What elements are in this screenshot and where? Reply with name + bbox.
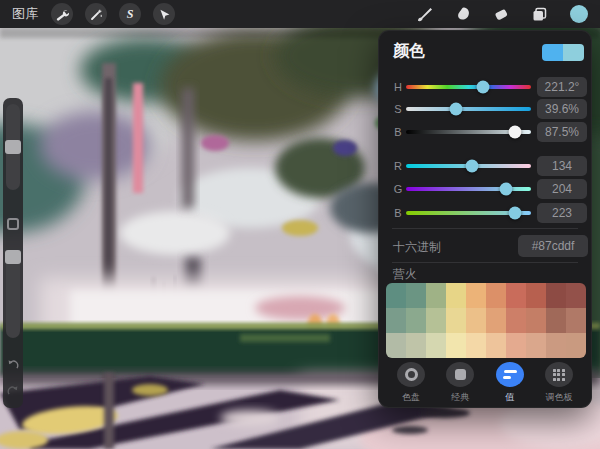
layers-icon xyxy=(531,6,548,23)
color-panel: 颜色 H 221.2° S 39.6% B 87.5% R 134 G xyxy=(378,30,592,408)
blue-label: B xyxy=(392,207,404,219)
active-color-swatch xyxy=(570,5,588,23)
palette-swatch[interactable] xyxy=(446,333,466,358)
palette-swatch[interactable] xyxy=(526,333,546,358)
palette-swatch[interactable] xyxy=(526,283,546,308)
brush-icon xyxy=(416,6,433,23)
hue-value[interactable]: 221.2° xyxy=(537,77,587,97)
red-thumb[interactable] xyxy=(465,160,478,173)
hex-value-field[interactable]: #87cddf xyxy=(518,235,588,257)
current-color xyxy=(563,44,584,61)
magic-wand-icon xyxy=(90,8,103,21)
redo-icon xyxy=(6,384,20,398)
palette-swatch[interactable] xyxy=(546,308,566,333)
green-slider[interactable] xyxy=(406,178,531,200)
gallery-button[interactable]: 图库 xyxy=(12,5,39,23)
selection-button[interactable]: S xyxy=(119,3,141,25)
palette-grid xyxy=(386,283,586,358)
top-toolbar: 图库 S xyxy=(0,0,600,28)
palette-swatch[interactable] xyxy=(446,283,466,308)
palette-swatch[interactable] xyxy=(406,333,426,358)
undo-icon xyxy=(6,358,20,372)
classic-icon xyxy=(455,369,466,380)
palette-swatch[interactable] xyxy=(486,333,506,358)
selection-s-icon: S xyxy=(127,7,134,22)
previous-color xyxy=(542,44,563,61)
saturation-value[interactable]: 39.6% xyxy=(537,99,587,119)
divider xyxy=(392,228,578,229)
palette-swatch[interactable] xyxy=(426,333,446,358)
brightness-slider[interactable] xyxy=(406,121,531,143)
palette-swatch[interactable] xyxy=(506,333,526,358)
red-value[interactable]: 134 xyxy=(537,156,587,176)
palette-swatch[interactable] xyxy=(546,283,566,308)
palette-swatch[interactable] xyxy=(486,283,506,308)
transform-button[interactable] xyxy=(153,3,175,25)
palette-swatch[interactable] xyxy=(486,308,506,333)
brightness-label: B xyxy=(392,126,404,138)
palette-swatch[interactable] xyxy=(506,308,526,333)
palette-swatch[interactable] xyxy=(466,283,486,308)
green-thumb[interactable] xyxy=(500,183,513,196)
saturation-slider[interactable] xyxy=(406,98,531,120)
brush-size-handle[interactable] xyxy=(5,140,21,154)
palette-swatch[interactable] xyxy=(466,333,486,358)
opacity-handle[interactable] xyxy=(5,250,21,264)
tab-disc[interactable]: 色盘 xyxy=(388,362,434,404)
green-label: G xyxy=(392,183,404,195)
tab-value[interactable]: 值 xyxy=(487,362,533,404)
side-toolbar xyxy=(3,98,23,408)
palette-swatch[interactable] xyxy=(566,308,586,333)
palette-swatch[interactable] xyxy=(406,283,426,308)
palettes-grid-icon xyxy=(553,369,565,381)
blue-thumb[interactable] xyxy=(509,207,522,220)
adjustments-button[interactable] xyxy=(85,3,107,25)
panel-title: 颜色 xyxy=(393,41,425,62)
smudge-icon xyxy=(455,6,471,22)
palette-swatch[interactable] xyxy=(386,333,406,358)
palette-swatch[interactable] xyxy=(426,283,446,308)
palette-swatch[interactable] xyxy=(566,283,586,308)
palette-swatch[interactable] xyxy=(506,283,526,308)
palette-swatch[interactable] xyxy=(386,283,406,308)
modify-button[interactable] xyxy=(7,218,19,230)
tab-palettes[interactable]: 调色板 xyxy=(536,362,582,404)
brush-button[interactable] xyxy=(416,6,433,23)
saturation-thumb[interactable] xyxy=(449,103,462,116)
redo-button[interactable] xyxy=(4,382,22,400)
brightness-thumb[interactable] xyxy=(509,126,522,139)
hue-label: H xyxy=(392,81,404,93)
value-slider-icon xyxy=(503,370,517,379)
palette-swatch[interactable] xyxy=(566,333,586,358)
palette-swatch[interactable] xyxy=(446,308,466,333)
eraser-icon xyxy=(493,6,509,22)
color-history-swatch[interactable] xyxy=(542,44,584,61)
palette-swatch[interactable] xyxy=(406,308,426,333)
tab-classic[interactable]: 经典 xyxy=(437,362,483,404)
brightness-value[interactable]: 87.5% xyxy=(537,122,587,142)
red-slider[interactable] xyxy=(406,155,531,177)
actions-button[interactable] xyxy=(51,3,73,25)
palette-swatch[interactable] xyxy=(466,308,486,333)
hex-label: 十六进制 xyxy=(393,239,441,256)
blue-value[interactable]: 223 xyxy=(537,203,587,223)
color-button[interactable] xyxy=(570,5,588,23)
palette-swatch[interactable] xyxy=(426,308,446,333)
saturation-label: S xyxy=(392,103,404,115)
palette-swatch[interactable] xyxy=(546,333,566,358)
blue-slider[interactable] xyxy=(406,202,531,224)
hue-thumb[interactable] xyxy=(476,81,489,94)
palette-swatch[interactable] xyxy=(386,308,406,333)
palette-swatch[interactable] xyxy=(526,308,546,333)
wrench-icon xyxy=(56,8,69,21)
smudge-button[interactable] xyxy=(455,6,471,22)
green-value[interactable]: 204 xyxy=(537,179,587,199)
hue-slider[interactable] xyxy=(406,76,531,98)
layers-button[interactable] xyxy=(531,6,548,23)
disc-icon xyxy=(405,368,418,381)
eraser-button[interactable] xyxy=(493,6,509,22)
procreate-window: 图库 S xyxy=(0,0,600,449)
red-label: R xyxy=(392,160,404,172)
transform-arrow-icon xyxy=(158,8,171,21)
undo-button[interactable] xyxy=(4,356,22,374)
